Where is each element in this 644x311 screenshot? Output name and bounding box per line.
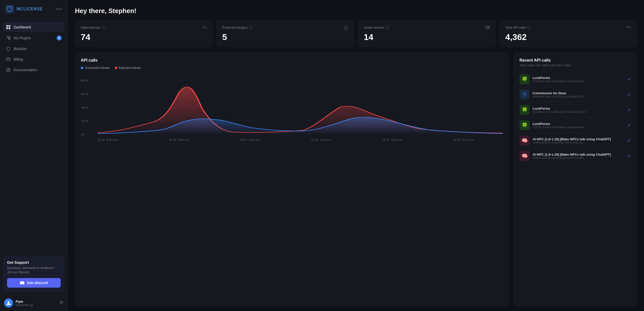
plugin-uuid-5: 703cd784-eb8f-4b3d-a09a-bdf03724c938	[533, 156, 624, 159]
server-icon	[485, 25, 490, 30]
svg-rect-5	[7, 58, 10, 61]
svg-text:18 Nov: 18 Nov	[97, 138, 119, 142]
stat-card-licenses: Valid licenses i 74	[75, 20, 213, 47]
user-name: Flyte	[16, 300, 57, 303]
stat-value-plugins: 5	[222, 32, 348, 42]
stat-value-licenses: 74	[81, 32, 207, 42]
api-item-2: 🍀 LuckPerms 64ab8bb7-767e-4dd3-8d27-3da2…	[519, 102, 631, 118]
sidebar-item-label: Documentation	[14, 68, 37, 72]
info-icon: i	[249, 26, 253, 29]
stat-card-api: Total API calls i 4,362	[500, 20, 637, 47]
svg-text:80: 80	[81, 79, 88, 82]
chart-container: 0 20 40 60 80 18 Nov 19 Nov 20 Nov 21 No…	[81, 72, 503, 148]
main-content: Hey there, Stephen! Valid licenses i 74 …	[68, 0, 644, 311]
api-item-1: Commission for Dave df698a64-89ee-4136-9…	[519, 87, 631, 102]
sidebar-item-label: Blacklist	[14, 47, 26, 51]
api-item-0: 🍀 LuckPerms 119f1819-6180-4a38-9a6b-1cda…	[519, 72, 631, 87]
chart-title: API calls	[81, 58, 503, 63]
svg-text:0: 0	[81, 133, 85, 136]
svg-text:19 Nov: 19 Nov	[169, 138, 190, 142]
plugin-icon-1	[519, 90, 530, 100]
plugin-info-3: LuckPerms 119f1819-6180-4a38-9a6b-1cda32…	[533, 122, 624, 129]
stat-label-plugins: Protected plugins i	[222, 26, 253, 29]
plugin-icon-0: 🍀	[519, 74, 530, 84]
svg-text:40: 40	[81, 106, 88, 109]
plugin-info-1: Commission for Dave df698a64-89ee-4136-9…	[533, 91, 624, 98]
sidebar-item-billing[interactable]: Billing	[3, 55, 65, 64]
legend-dot-rejected	[115, 67, 117, 69]
plugin-name-4: AI-NPC [1.8-1.19] [Make NPCs talk using …	[533, 137, 624, 141]
stat-header: Protected plugins i	[222, 25, 348, 30]
grid-icon	[6, 25, 11, 29]
svg-rect-2	[9, 25, 10, 27]
shield-icon	[6, 47, 11, 51]
support-box: Get Support Questions, comments or feedb…	[3, 256, 65, 292]
check-icon-0: ✓	[627, 76, 631, 82]
sidebar-item-docs[interactable]: Documentation	[3, 65, 65, 75]
plugin-icon-3: 🍀	[519, 120, 530, 130]
stat-card-servers: Active servers i 14	[358, 20, 496, 47]
plugins-badge: 5	[57, 35, 62, 40]
info-icon: i	[527, 26, 531, 29]
check-icon-2: ✓	[627, 107, 631, 113]
plugin-uuid-2: 64ab8bb7-767e-4dd3-8d27-3da2232017a3	[533, 110, 624, 113]
avatar	[4, 298, 13, 307]
activity-icon	[627, 25, 631, 30]
plugin-name-3: LuckPerms	[533, 122, 624, 126]
plugin-icon-5: 🧠	[519, 151, 530, 161]
svg-text:60: 60	[81, 93, 88, 96]
file-text-icon	[6, 68, 11, 72]
svg-rect-1	[6, 25, 8, 27]
svg-text:20: 20	[81, 119, 88, 123]
legend-label-success: Successful checks	[85, 66, 110, 70]
chart-legend: Successful checks Rejected checks	[81, 66, 503, 70]
collapse-button[interactable]: ⟵	[56, 6, 63, 12]
plugin-uuid-3: 119f1819-6180-4a38-9a6b-1cda32b44449	[533, 126, 624, 129]
sidebar-item-label: Dashboard	[14, 25, 31, 29]
chart-card: API calls Successful checks Rejected che…	[75, 52, 509, 306]
plugin-icon-2: 🍀	[519, 105, 530, 115]
api-items-list: 🍀 LuckPerms 119f1819-6180-4a38-9a6b-1cda…	[519, 72, 631, 163]
sidebar-item-plugins[interactable]: My Plugins 5	[3, 33, 65, 43]
sidebar: MCLICENSE ⟵ Dashboard My Plugins 5	[0, 0, 68, 311]
discord-button[interactable]: Join Discord	[7, 278, 61, 288]
stats-row: Valid licenses i 74 Protected plugins i	[75, 20, 637, 47]
check-icon-1: ✓	[627, 92, 631, 97]
user-area: Flyte hello@flyte.gg	[0, 295, 68, 311]
stat-label-api: Total API calls i	[505, 26, 531, 29]
plugin-icon-4: 🧠	[519, 136, 530, 146]
svg-text:20 Nov: 20 Nov	[240, 138, 261, 142]
sidebar-item-dashboard[interactable]: Dashboard	[3, 22, 65, 32]
svg-text:22 Nov: 22 Nov	[382, 138, 404, 142]
legend-rejected: Rejected checks	[115, 66, 141, 70]
discord-label: Join Discord	[26, 281, 48, 285]
puzzle-icon	[6, 36, 11, 40]
support-title: Get Support	[7, 260, 61, 264]
legend-successful: Successful checks	[81, 66, 110, 70]
api-item-4: 🧠 AI-NPC [1.8-1.19] [Make NPCs talk usin…	[519, 133, 631, 148]
stat-header: Active servers i	[364, 25, 490, 30]
api-panel-title: Recent API calls	[519, 58, 631, 63]
info-icon: i	[102, 26, 106, 29]
logo-icon	[5, 5, 14, 14]
plugin-info-5: AI-NPC [1.8-1.19] [Make NPCs talk using …	[533, 153, 624, 159]
check-icon-4: ✓	[627, 138, 631, 143]
stat-card-plugins: Protected plugins i 5	[217, 20, 354, 47]
plugin-info-0: LuckPerms 119f1819-6180-4a38-9a6b-1cda32…	[533, 76, 624, 83]
stat-label-licenses: Valid licenses i	[81, 26, 106, 29]
logo-area: MCLICENSE ⟵	[0, 0, 68, 18]
plugin-info-2: LuckPerms 64ab8bb7-767e-4dd3-8d27-3da223…	[533, 107, 624, 113]
settings-icon[interactable]	[59, 300, 64, 306]
sidebar-item-blacklist[interactable]: Blacklist	[3, 44, 65, 54]
api-chart: 0 20 40 60 80 18 Nov 19 Nov 20 Nov 21 No…	[81, 72, 503, 148]
plugin-name-0: LuckPerms	[533, 76, 624, 80]
svg-point-15	[489, 26, 489, 27]
svg-point-11	[203, 26, 205, 28]
svg-point-16	[489, 28, 489, 29]
logo-left: MCLICENSE	[5, 5, 43, 14]
api-panel-subtitle: There were 131 calls in the last 7 days	[519, 64, 631, 67]
discord-icon	[20, 281, 24, 285]
plugin-uuid-1: df698a64-89ee-4136-9c26-1d75eab62c50	[533, 95, 624, 98]
check-icon-3: ✓	[627, 122, 631, 128]
page-title: Hey there, Stephen!	[75, 7, 637, 15]
